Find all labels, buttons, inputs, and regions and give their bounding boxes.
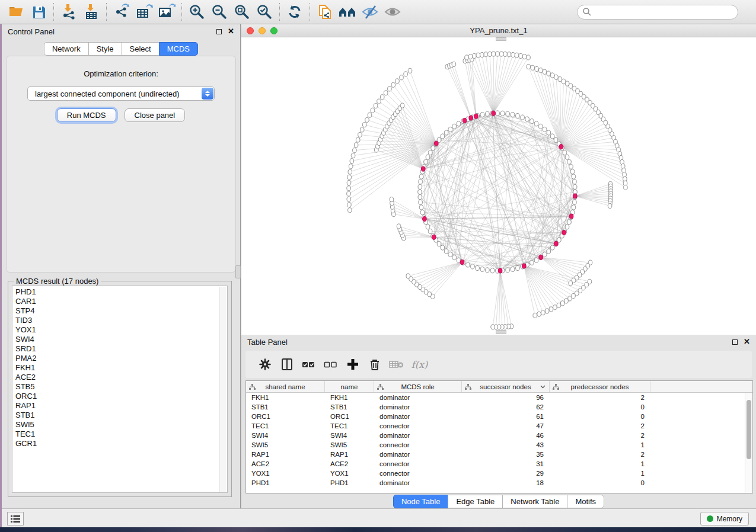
cell-MCDS-role[interactable]: connector [374,469,462,478]
graph-node[interactable] [558,77,562,82]
column-header-successor-nodes[interactable]: successor nodes [462,381,550,392]
column-header-name[interactable]: name [325,381,374,392]
table-row[interactable]: FKH1FKH1dominator962 [246,393,745,402]
graph-node[interactable] [547,249,551,254]
graph-node[interactable] [356,137,360,142]
graph-hub-node[interactable] [522,264,527,268]
graph-node[interactable] [408,68,412,73]
column-header-shared-name[interactable]: shared name [246,381,325,392]
cell-successor-nodes[interactable]: 62 [462,402,550,412]
mcds-result-item[interactable]: ORC1 [15,392,227,401]
tab-network-table[interactable]: Network Table [502,495,567,508]
graph-node[interactable] [428,229,432,233]
graph-node[interactable] [515,53,519,57]
graph-node[interactable] [563,150,567,155]
mcds-result-item[interactable]: SWI4 [15,335,227,344]
cell-successor-nodes[interactable]: 61 [462,412,550,421]
graph-node[interactable] [348,208,352,213]
search-field[interactable] [577,5,738,20]
cell-shared-name[interactable]: STB1 [246,402,325,412]
close-panel-icon[interactable]: ✕ [744,339,750,345]
graph-node[interactable] [491,325,495,329]
graph-node[interactable] [480,113,484,117]
graph-node[interactable] [506,268,510,273]
graph-node[interactable] [457,121,461,126]
graph-node[interactable] [419,205,423,210]
graph-node[interactable] [419,200,423,204]
select-all-button[interactable] [298,354,320,375]
copy-network-button[interactable] [314,2,336,22]
graph-node[interactable] [527,64,531,69]
graph-node[interactable] [499,52,503,56]
graph-node[interactable] [476,53,480,57]
graph-node[interactable] [390,197,394,202]
graph-node[interactable] [419,174,423,179]
table-row[interactable]: YOX1YOX1connector291 [246,469,745,478]
graph-node[interactable] [452,255,457,260]
cell-MCDS-role[interactable]: connector [374,440,462,450]
graph-node[interactable] [554,75,559,79]
graph-node[interactable] [431,146,435,150]
mcds-result-item[interactable]: YOX1 [15,325,227,335]
graph-node[interactable] [347,191,351,196]
tab-motifs[interactable]: Motifs [567,495,604,508]
network-window-titlebar[interactable]: YPA_prune.txt_1 [241,24,756,37]
cell-shared-name[interactable]: RAP1 [246,450,325,459]
graph-hub-node[interactable] [573,194,578,198]
graph-node[interactable] [573,184,577,189]
table-row[interactable]: SWI4SWI4dominator462 [246,431,745,440]
graph-node[interactable] [350,159,354,164]
graph-node[interactable] [549,307,553,312]
graph-node[interactable] [480,52,484,57]
graph-node[interactable] [426,155,430,159]
tab-select[interactable]: Select [122,42,160,56]
cell-predecessor-nodes[interactable]: 0 [550,402,650,412]
graph-node[interactable] [354,143,358,148]
graph-node[interactable] [530,119,534,124]
graph-nodes[interactable] [347,52,627,329]
table-row[interactable]: ACE2ACE2connector311 [246,459,745,469]
table-row[interactable]: SWI5SWI5connector431 [246,440,745,450]
graph-node[interactable] [380,95,384,100]
column-header-MCDS-role[interactable]: MCDS role [374,381,462,392]
graph-node[interactable] [537,312,541,316]
graph-node[interactable] [492,52,496,56]
graph-node[interactable] [347,197,351,201]
mcds-result-scrollbar[interactable] [219,287,227,492]
mcds-result-item[interactable]: PMA2 [15,354,227,363]
cell-name[interactable]: ACE2 [325,459,374,469]
graph-node[interactable] [533,313,537,318]
table-row[interactable]: TEC1TEC1connector472 [246,421,745,431]
graph-hub-node[interactable] [435,141,439,146]
graph-node[interactable] [500,111,505,116]
cell-name[interactable]: SWI4 [325,431,374,440]
hide-selected-button[interactable] [359,2,381,22]
graph-node[interactable] [349,164,353,169]
graph-node[interactable] [362,122,366,127]
graph-node[interactable] [448,127,452,132]
cell-successor-nodes[interactable]: 47 [462,421,550,431]
run-mcds-button[interactable]: Run MCDS [57,108,116,122]
zoom-selected-button[interactable] [253,2,276,22]
mcds-result-item[interactable]: STB1 [15,411,227,420]
graph-node[interactable] [511,113,515,117]
graph-node[interactable] [570,169,575,174]
graph-node[interactable] [400,75,404,80]
graph-hub-node[interactable] [474,114,479,118]
memory-button[interactable]: Memory [700,512,749,525]
cell-MCDS-role[interactable]: dominator [374,431,462,440]
mcds-result-item[interactable]: PHD1 [15,287,227,297]
cell-shared-name[interactable]: PHD1 [246,478,325,488]
graph-hub-node[interactable] [421,166,425,171]
graph-node[interactable] [572,174,576,179]
graph-node[interactable] [496,52,500,56]
mcds-result-item[interactable]: FKH1 [15,363,227,373]
table-scrollbar[interactable] [745,393,752,493]
graph-node[interactable] [428,150,432,155]
cell-shared-name[interactable]: ORC1 [246,412,325,421]
mcds-result-item[interactable]: SRD1 [15,344,227,354]
graph-node[interactable] [516,265,520,270]
graph-node[interactable] [448,252,452,257]
tab-style[interactable]: Style [88,42,122,56]
export-network-button[interactable] [110,2,133,22]
